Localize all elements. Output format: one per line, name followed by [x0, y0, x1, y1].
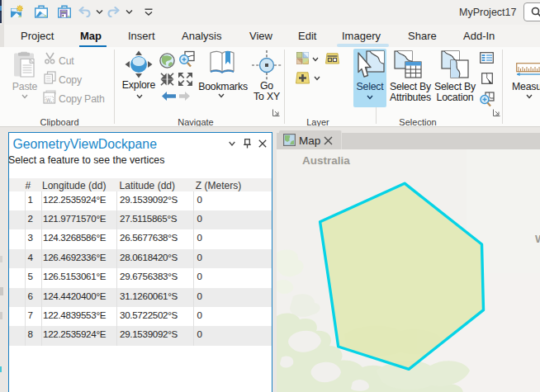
svg-text:W.: W.	[46, 97, 52, 102]
svg-text:Australia: Australia	[302, 154, 350, 167]
svg-text:W: W	[535, 233, 540, 245]
